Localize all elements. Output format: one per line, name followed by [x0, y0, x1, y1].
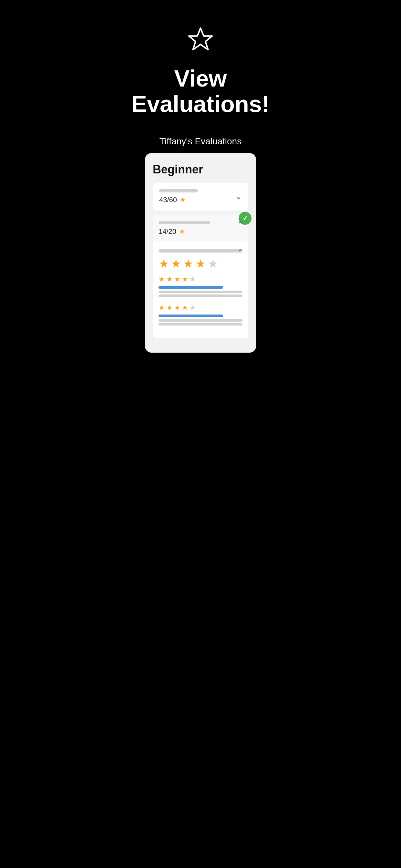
hero-star-icon	[186, 26, 215, 56]
detail-bar-empty-1b	[158, 294, 243, 297]
detail-bar-empty-1	[158, 290, 243, 293]
detail-block-2: ★ ★ ★ ★ ★	[158, 304, 243, 326]
detail-bar-empty-2b	[158, 323, 243, 326]
detail-bar-filled-1	[158, 286, 223, 289]
eval-card-2[interactable]: ✓ ⌃ 14/20 ★ ⌃ ★ ★ ★ ★ ★	[153, 215, 248, 338]
sm-star-2-2: ★	[166, 304, 173, 312]
detail-block-1: ★ ★ ★ ★ ★	[158, 275, 243, 297]
detail-bar-empty-2	[158, 319, 243, 321]
large-star-3: ★	[183, 257, 193, 271]
expanded-detail-panel: ⌃ ★ ★ ★ ★ ★ ★ ★ ★ ★	[153, 243, 248, 338]
detail-bar-filled-2	[158, 314, 223, 317]
score-star-1: ★	[180, 196, 186, 204]
sm-star-1-5: ★	[189, 275, 196, 283]
evaluations-panel: Beginner 43/60 ★ ⌄ ✓ ⌃ 14/20 ★	[145, 153, 256, 352]
eval-card-inner-2: ✓ ⌃ 14/20 ★	[153, 215, 248, 242]
hero-section: View Evaluations! Tiffany's Evaluations …	[100, 0, 301, 372]
detail-label-bar	[158, 249, 243, 252]
chevron-up-detail[interactable]: ⌃	[237, 248, 243, 256]
score-text-1: 43/60	[159, 196, 177, 204]
svg-marker-0	[189, 28, 212, 50]
chevron-down-icon-1[interactable]: ⌄	[235, 192, 242, 201]
category-title: Beginner	[153, 163, 248, 176]
sm-star-1-1: ★	[158, 275, 165, 283]
score-text-2: 14/20	[158, 227, 176, 236]
hero-title: View Evaluations!	[131, 66, 270, 117]
chevron-up-icon-2[interactable]: ⌃	[237, 220, 243, 228]
sm-star-1-2: ★	[166, 275, 173, 283]
section-label: Tiffany's Evaluations	[159, 136, 242, 147]
large-stars-row: ★ ★ ★ ★ ★	[158, 257, 243, 271]
score-line-2: 14/20 ★	[158, 227, 243, 236]
sm-star-2-1: ★	[158, 304, 165, 312]
score-star-2: ★	[179, 227, 185, 236]
large-star-1: ★	[158, 257, 169, 271]
large-star-4: ★	[195, 257, 206, 271]
progress-bar-1	[159, 189, 198, 192]
eval-card-1[interactable]: 43/60 ★ ⌄	[153, 183, 248, 211]
large-star-5: ★	[208, 257, 218, 271]
sm-star-1-3: ★	[174, 275, 181, 283]
sm-star-1-4: ★	[182, 275, 188, 283]
score-line-1: 43/60 ★	[159, 196, 242, 204]
large-star-2: ★	[171, 257, 181, 271]
sm-star-2-4: ★	[182, 304, 188, 312]
small-stars-row-1: ★ ★ ★ ★ ★	[158, 275, 243, 283]
sm-star-2-3: ★	[174, 304, 181, 312]
sm-star-2-5: ★	[189, 304, 196, 312]
small-stars-row-2: ★ ★ ★ ★ ★	[158, 304, 243, 312]
progress-bar-2	[158, 221, 210, 224]
